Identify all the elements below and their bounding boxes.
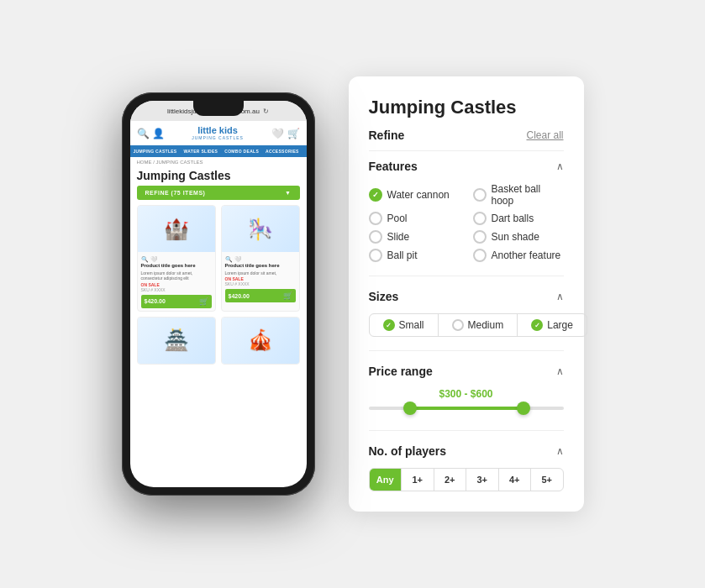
filter-panel: Jumping Castles Refine Clear all Feature… — [349, 76, 584, 512]
size-medium[interactable]: Medium — [439, 314, 518, 336]
sizes-section: Sizes ∧ ✓ Small Medium ✓ Large — [369, 290, 564, 351]
sizes-header: Sizes ∧ — [369, 290, 564, 303]
panel-clear-all[interactable]: Clear all — [526, 129, 563, 141]
zoom-icon-2[interactable]: 🔍 — [225, 256, 233, 263]
feature-checkbox-another[interactable] — [473, 249, 487, 262]
product-action-icons-1: 🔍 🤍 — [141, 256, 212, 263]
feature-another[interactable]: Another feature — [473, 249, 564, 262]
product-image-4: 🎪 — [222, 318, 299, 364]
player-btn-2plus[interactable]: 2+ — [434, 469, 467, 491]
feature-checkbox-sun-shade[interactable] — [473, 230, 487, 244]
menu-accessories[interactable]: ACCESSORIES — [262, 149, 303, 154]
players-title: No. of players — [369, 444, 447, 458]
product-price-row-2[interactable]: $420.00 🛒 — [225, 289, 296, 302]
menu-water-slides[interactable]: WATER SLIDES — [181, 149, 222, 154]
menu-combo-deals[interactable]: COMBO DEALS — [221, 149, 262, 154]
product-card-4[interactable]: 🎪 — [221, 317, 300, 365]
price-range-section: Price range ∧ $300 - $600 — [369, 365, 564, 431]
feature-sun-shade[interactable]: Sun shade — [473, 230, 564, 244]
cart-icon[interactable]: 🛒 — [287, 128, 300, 139]
search-icon-group[interactable]: 🔍 👤 — [137, 128, 165, 139]
product-title-2: Product title goes here — [225, 263, 296, 270]
feature-label-slide: Slide — [387, 231, 410, 243]
size-small[interactable]: ✓ Small — [370, 314, 439, 336]
user-icon[interactable]: 👤 — [152, 128, 165, 139]
product-desc-1: Lorem ipsum dolor sit amet, consectetur … — [141, 270, 212, 281]
phone-breadcrumb: HOME / JUMPING CASTLES — [130, 157, 307, 167]
feature-checkbox-pool[interactable] — [369, 212, 382, 225]
price-slider-thumb-left[interactable] — [403, 402, 417, 415]
feature-label-sun-shade: Sun shade — [492, 231, 539, 243]
feature-label-another: Another feature — [492, 249, 561, 261]
price-slider-track[interactable] — [369, 407, 564, 410]
feature-label-ball-pit: Ball pit — [387, 249, 418, 261]
feature-label-dart-balls: Dart balls — [492, 213, 534, 224]
cart-add-icon-2[interactable]: 🛒 — [283, 291, 292, 300]
price-range-title: Price range — [369, 365, 433, 378]
wishlist-icon-2[interactable]: 🤍 — [234, 256, 242, 263]
feature-label-pool: Pool — [387, 213, 408, 224]
phone-menu-bar: JUMPING CASTLES WATER SLIDES COMBO DEALS… — [130, 145, 307, 157]
phone-notch — [193, 101, 244, 116]
feature-water-cannon[interactable]: Water cannon — [369, 183, 460, 207]
players-row: Any 1+ 2+ 3+ 4+ 5+ — [369, 468, 564, 491]
price-slider-fill — [408, 407, 524, 410]
product-card-1[interactable]: 🏰 🔍 🤍 Product title goes here Lorem ipsu… — [137, 205, 216, 312]
price-range-value: $300 - $600 — [369, 388, 564, 400]
sizes-chevron-icon[interactable]: ∧ — [556, 291, 564, 302]
menu-jumping-castles[interactable]: JUMPING CASTLES — [130, 149, 181, 154]
features-section: Features ∧ Water cannon Basket ball hoop… — [369, 160, 564, 276]
phone-refine-button[interactable]: REFINE (75 ITEMS) ▼ — [137, 186, 300, 200]
features-header: Features ∧ — [369, 160, 564, 173]
size-check-small: ✓ — [383, 319, 395, 331]
player-btn-any[interactable]: Any — [370, 469, 402, 491]
product-price-row-1[interactable]: $420.00 🛒 — [141, 295, 212, 308]
feature-checkbox-basket-ball-hoop[interactable] — [473, 188, 487, 202]
product-action-icons-2: 🔍 🤍 — [225, 256, 296, 263]
phone-logo-sub: JUMPING CASTLES — [192, 135, 244, 140]
phone-product-grid: 🏰 🔍 🤍 Product title goes here Lorem ipsu… — [130, 205, 307, 365]
size-label-medium: Medium — [468, 319, 504, 331]
cart-add-icon[interactable]: 🛒 — [199, 297, 208, 306]
product-info-2: 🔍 🤍 Product title goes here Lorem ipsum … — [222, 252, 299, 305]
feature-checkbox-ball-pit[interactable] — [369, 249, 382, 262]
features-title: Features — [369, 160, 418, 173]
phone-action-icons: 🤍 🛒 — [271, 128, 300, 139]
players-chevron-icon[interactable]: ∧ — [556, 445, 564, 457]
feature-pool[interactable]: Pool — [369, 212, 460, 225]
panel-title: Jumping Castles — [369, 97, 564, 118]
size-circle-medium — [452, 319, 464, 331]
phone-refine-label: REFINE (75 ITEMS) — [145, 190, 206, 196]
features-chevron-icon[interactable]: ∧ — [556, 160, 564, 172]
heart-icon[interactable]: 🤍 — [271, 128, 284, 139]
size-check-large: ✓ — [531, 319, 543, 331]
feature-label-water-cannon: Water cannon — [387, 189, 450, 201]
feature-checkbox-slide[interactable] — [369, 230, 382, 244]
zoom-icon[interactable]: 🔍 — [141, 256, 149, 263]
product-card-3[interactable]: 🏯 — [137, 317, 216, 365]
feature-ball-pit[interactable]: Ball pit — [369, 249, 460, 262]
feature-label-basket-ball-hoop: Basket ball hoop — [492, 183, 564, 207]
feature-checkbox-water-cannon[interactable] — [369, 188, 382, 202]
feature-basket-ball-hoop[interactable]: Basket ball hoop — [473, 183, 564, 207]
wishlist-icon[interactable]: 🤍 — [150, 256, 158, 263]
refresh-icon[interactable]: ↻ — [263, 108, 269, 115]
player-btn-5plus[interactable]: 5+ — [531, 469, 563, 491]
player-btn-4plus[interactable]: 4+ — [499, 469, 532, 491]
player-btn-3plus[interactable]: 3+ — [466, 469, 499, 491]
product-card-2[interactable]: 🎠 🔍 🤍 Product title goes here Lorem ipsu… — [221, 205, 300, 312]
panel-refine-label: Refine — [369, 129, 405, 142]
player-btn-1plus[interactable]: 1+ — [402, 469, 434, 491]
feature-slide[interactable]: Slide — [369, 230, 460, 244]
price-slider-thumb-right[interactable] — [517, 402, 530, 415]
feature-dart-balls[interactable]: Dart balls — [473, 212, 564, 225]
feature-checkbox-dart-balls[interactable] — [473, 212, 487, 225]
price-range-chevron-icon[interactable]: ∧ — [556, 365, 564, 377]
product-info-1: 🔍 🤍 Product title goes here Lorem ipsum … — [138, 252, 215, 311]
size-label-large: Large — [547, 319, 573, 331]
search-icon[interactable]: 🔍 — [137, 128, 150, 139]
size-label-small: Small — [399, 319, 424, 331]
phone-logo: little kids JUMPING CASTLES — [192, 126, 244, 140]
size-large[interactable]: ✓ Large — [518, 314, 587, 336]
product-price-2: $420.00 — [229, 293, 250, 299]
